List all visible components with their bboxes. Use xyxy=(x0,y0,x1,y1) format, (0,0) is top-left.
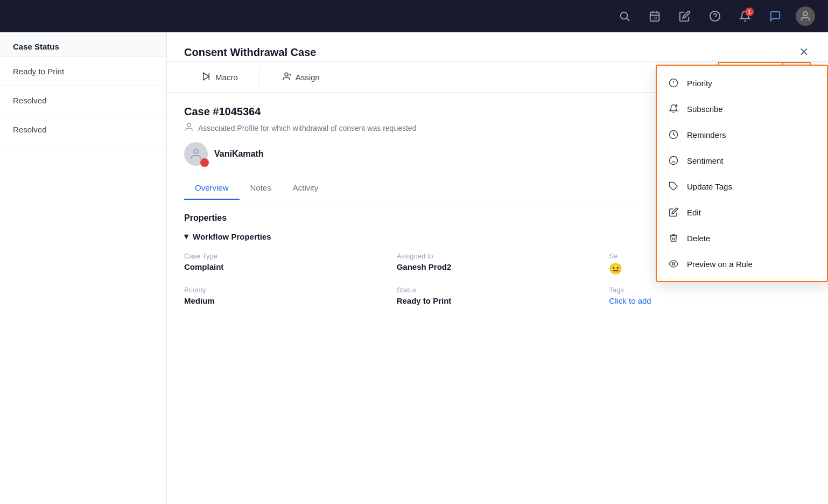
eye-icon xyxy=(668,258,679,270)
user-avatar-display xyxy=(184,142,208,166)
search-icon[interactable] xyxy=(615,6,634,26)
svg-point-9 xyxy=(803,12,807,16)
sidebar-item-ready-to-print[interactable]: Ready to Print xyxy=(0,57,166,86)
tag-icon xyxy=(668,180,679,192)
sidebar: Case Status Ready to Print Resolved Reso… xyxy=(0,32,167,504)
assign-icon xyxy=(282,72,291,83)
case-title: Consent Withdrawal Case xyxy=(184,46,316,59)
notification-icon[interactable]: 1 xyxy=(735,6,755,26)
dropdown-preview-rule[interactable]: Preview on a Rule xyxy=(657,251,827,277)
svg-point-29 xyxy=(672,263,675,265)
tab-notes[interactable]: Notes xyxy=(240,177,282,200)
prop-tags[interactable]: Tags Click to add xyxy=(609,286,811,305)
calendar-icon[interactable]: 13 xyxy=(645,6,664,26)
edit-icon[interactable] xyxy=(675,6,694,26)
dropdown-priority[interactable]: Priority xyxy=(657,70,827,96)
svg-point-11 xyxy=(285,73,288,76)
chevron-down-icon: ▾ xyxy=(184,232,188,241)
tab-activity[interactable]: Activity xyxy=(282,177,329,200)
dropdown-menu: Priority Subscribe Reminders Sentiment xyxy=(656,65,828,282)
content-area: Consent Withdrawal Case ✕ Macro Assign xyxy=(167,32,828,504)
help-icon[interactable] xyxy=(705,6,725,26)
dropdown-reminders[interactable]: Reminders xyxy=(657,122,827,148)
priority-icon xyxy=(668,77,679,89)
main-layout: Case Status Ready to Print Resolved Reso… xyxy=(0,32,828,504)
profile-icon xyxy=(184,122,194,134)
macro-button[interactable]: Macro xyxy=(184,63,255,92)
svg-point-0 xyxy=(621,12,628,19)
notification-badge: 1 xyxy=(745,8,754,16)
svg-point-16 xyxy=(187,123,191,127)
svg-point-25 xyxy=(670,157,678,165)
prop-assigned-to: Assigned to Ganesh Prod2 xyxy=(397,252,599,275)
close-button[interactable]: ✕ xyxy=(797,43,811,61)
case-header: Consent Withdrawal Case ✕ xyxy=(167,32,828,62)
assign-button[interactable]: Assign xyxy=(264,63,337,92)
svg-text:13: 13 xyxy=(653,16,657,20)
subscribe-icon xyxy=(668,103,679,115)
chat-icon[interactable] xyxy=(766,6,785,26)
tab-overview[interactable]: Overview xyxy=(184,177,240,200)
sidebar-section-header: Case Status xyxy=(0,32,166,57)
sidebar-item-resolved-1[interactable]: Resolved xyxy=(0,86,166,115)
dropdown-delete[interactable]: Delete xyxy=(657,225,827,251)
prop-priority: Priority Medium xyxy=(184,286,386,305)
prop-case-type: Case Type Complaint xyxy=(184,252,386,275)
delete-icon xyxy=(668,232,679,244)
user-avatar[interactable] xyxy=(796,6,815,26)
sentiment-icon xyxy=(668,155,679,166)
user-status-badge xyxy=(200,158,209,167)
svg-point-17 xyxy=(194,149,198,153)
svg-line-1 xyxy=(627,18,629,21)
macro-icon xyxy=(201,72,211,83)
dropdown-sentiment[interactable]: Sentiment xyxy=(657,148,827,173)
svg-point-18 xyxy=(202,160,207,165)
reminders-icon xyxy=(668,129,679,141)
dropdown-subscribe[interactable]: Subscribe xyxy=(657,96,827,122)
prop-status: Status Ready to Print xyxy=(397,286,599,305)
sidebar-item-resolved-2[interactable]: Resolved xyxy=(0,115,166,144)
user-name: VaniKamath xyxy=(214,149,264,159)
edit-pencil-icon xyxy=(668,206,679,218)
dropdown-edit[interactable]: Edit xyxy=(657,199,827,225)
dropdown-update-tags[interactable]: Update Tags xyxy=(657,173,827,199)
top-navigation: 13 1 xyxy=(0,0,828,32)
